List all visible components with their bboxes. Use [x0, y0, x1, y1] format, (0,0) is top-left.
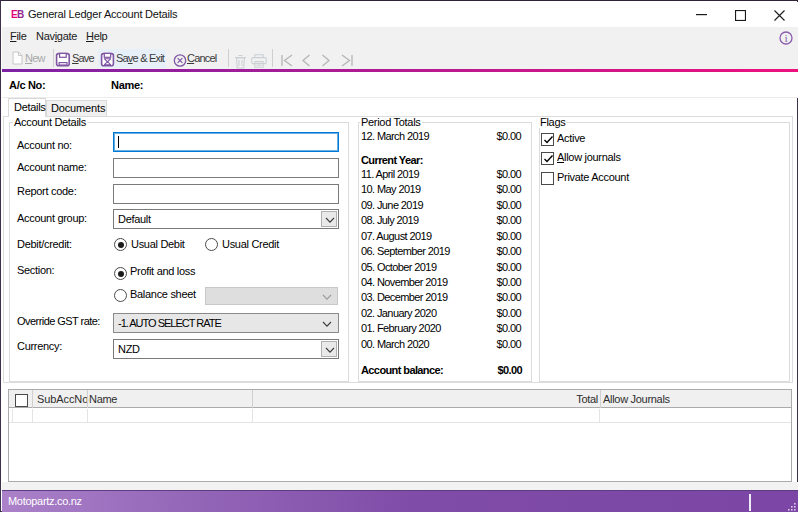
svg-text:i: i: [785, 33, 788, 44]
